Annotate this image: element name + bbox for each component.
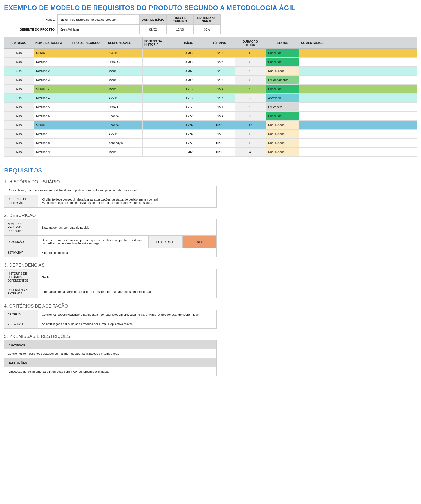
task-duration: 9 bbox=[235, 85, 266, 94]
assumptions-label: PREMISSAS bbox=[4, 340, 217, 349]
task-points bbox=[143, 139, 173, 148]
task-status: Concluído bbox=[266, 85, 299, 94]
task-end: 09/29 bbox=[204, 130, 235, 139]
task-type bbox=[70, 49, 106, 58]
task-status: Não iniciado bbox=[266, 121, 299, 130]
dependencies-table: HISTÓRIAS DE USUÁRIOS DEPENDENTES Nenhum… bbox=[4, 269, 217, 298]
task-end: 10/05 bbox=[204, 148, 235, 157]
section-divider bbox=[4, 162, 417, 162]
task-name: Recurso 5 bbox=[34, 103, 70, 112]
external-deps-label: DEPENDÊNCIAS EXTERNAS bbox=[4, 285, 38, 298]
task-row: SimRecurso 2Jacob S.09/0709/126Não inici… bbox=[4, 67, 417, 76]
task-end: 09/07 bbox=[204, 58, 235, 67]
task-comments bbox=[299, 130, 417, 139]
task-row: NãoRecurso 9Jacob S.10/0210/054Não inici… bbox=[4, 148, 417, 157]
task-type bbox=[70, 139, 106, 148]
task-row: NãoSPRINT 2Jacob S.09/1609/249Concluído bbox=[4, 85, 417, 94]
meta-progress-label: PROGRESSO GERAL bbox=[194, 15, 221, 25]
task-name: Recurso 3 bbox=[34, 76, 70, 85]
acceptance-criteria-text: •O cliente deve conseguir visualizar as … bbox=[38, 195, 217, 208]
meta-pm-label: GERENTE DO PROJETO bbox=[4, 25, 58, 34]
project-meta-table: NOME Sistema de rastreamento beta do pro… bbox=[4, 14, 221, 34]
task-table: EM RISCO NOME DA TAREFA TIPO DE RECURSO … bbox=[4, 37, 417, 157]
th-name: NOME DA TAREFA bbox=[34, 37, 70, 49]
task-row: NãoRecurso 3Jacob S.09/0909/135Em andame… bbox=[4, 76, 417, 85]
task-type bbox=[70, 76, 106, 85]
task-points bbox=[143, 76, 173, 85]
task-name: SPRINT 3 bbox=[34, 121, 70, 130]
task-resp: Frank C. bbox=[106, 58, 143, 67]
task-row: NãoRecurso 7Alex B.09/2409/296Não inicia… bbox=[4, 130, 417, 139]
task-type bbox=[70, 85, 106, 94]
task-row: NãoRecurso 6Shari W.09/2209/243Concluído bbox=[4, 112, 417, 121]
task-risk: Não bbox=[4, 58, 34, 67]
sec4-heading: 4. CRITÉRIOS DE ACEITAÇÃO bbox=[4, 304, 417, 309]
task-resp: Jacob S. bbox=[106, 85, 143, 94]
task-risk: Sim bbox=[4, 67, 34, 76]
task-status: Concluído bbox=[266, 58, 299, 67]
task-comments bbox=[299, 112, 417, 121]
task-status: Aprovado bbox=[266, 94, 299, 103]
task-start: 09/17 bbox=[173, 103, 204, 112]
task-type bbox=[70, 130, 106, 139]
page-title: EXEMPLO DE MODELO DE REQUISITOS DO PRODU… bbox=[4, 4, 417, 12]
task-resp: Jacob S. bbox=[106, 76, 143, 85]
task-duration: 6 bbox=[235, 139, 266, 148]
assumptions-table: PREMISSAS Os clientes têm conexões estáv… bbox=[4, 340, 217, 376]
task-resp: Alex B. bbox=[106, 94, 143, 103]
task-comments bbox=[299, 148, 417, 157]
task-start: 09/22 bbox=[173, 112, 204, 121]
task-start: 09/03 bbox=[173, 49, 204, 58]
task-duration: 2 bbox=[235, 94, 266, 103]
task-type bbox=[70, 103, 106, 112]
task-comments bbox=[299, 94, 417, 103]
task-name: Recurso 6 bbox=[34, 112, 70, 121]
task-end: 09/24 bbox=[204, 112, 235, 121]
description-label: DESCRIÇÃO bbox=[4, 236, 38, 248]
description-value: Desenvolva um sistema que permita que os… bbox=[38, 236, 149, 248]
task-resp: Jacob S. bbox=[106, 148, 143, 157]
sec2-heading: 2. DESCRIÇÃO bbox=[4, 213, 417, 218]
meta-start-label: DATA DE INÍCIO bbox=[140, 15, 167, 25]
task-risk: Não bbox=[4, 121, 34, 130]
task-duration: 5 bbox=[235, 76, 266, 85]
task-resp: Shari W. bbox=[106, 112, 143, 121]
task-type bbox=[70, 112, 106, 121]
th-start: INÍCIO bbox=[173, 37, 204, 49]
task-duration: 11 bbox=[235, 49, 266, 58]
meta-end-value: 10/10 bbox=[167, 25, 194, 34]
task-comments bbox=[299, 76, 417, 85]
task-end: 10/02 bbox=[204, 139, 235, 148]
priority-label: PRIORIDADE bbox=[149, 236, 183, 248]
task-name: Recurso 9 bbox=[34, 148, 70, 157]
task-row: NãoRecurso 8Kennedy K.09/2710/026Não ini… bbox=[4, 139, 417, 148]
meta-progress-value: 35% bbox=[194, 25, 221, 34]
task-start: 09/09 bbox=[173, 76, 204, 85]
task-duration: 5 bbox=[235, 103, 266, 112]
task-type bbox=[70, 94, 106, 103]
sec5-heading: 5. PREMISSAS E RESTRIÇÕES bbox=[4, 334, 417, 339]
task-risk: Não bbox=[4, 112, 34, 121]
task-risk: Não bbox=[4, 85, 34, 94]
criterion1-value: Os clientes podem visualizar o status at… bbox=[38, 310, 217, 319]
task-points bbox=[143, 58, 173, 67]
task-row: NãoSPRINT 1Alex B.09/0309/1311Concluído bbox=[4, 49, 417, 58]
task-duration: 3 bbox=[235, 112, 266, 121]
task-name: Recurso 4 bbox=[34, 94, 70, 103]
meta-pm-value: Brent Williams bbox=[58, 25, 140, 34]
task-resp: Frank C. bbox=[106, 103, 143, 112]
task-type bbox=[70, 121, 106, 130]
task-points bbox=[143, 49, 173, 58]
th-dur: DURAÇÃOem dias bbox=[235, 37, 266, 49]
task-start: 09/16 bbox=[173, 94, 204, 103]
estimate-value: 8 pontos da história bbox=[38, 248, 217, 257]
task-status: Não iniciado bbox=[266, 130, 299, 139]
dependent-stories-value: Nenhum bbox=[38, 269, 217, 285]
th-resp: RESPONSÁVEL bbox=[106, 37, 143, 49]
task-status: Concluído bbox=[266, 112, 299, 121]
th-risk: EM RISCO bbox=[4, 37, 34, 49]
criterion2-label: CRITÉRIO 2 bbox=[4, 319, 38, 329]
task-end: 09/17 bbox=[204, 94, 235, 103]
task-status: Em espera bbox=[266, 103, 299, 112]
criterion2-value: As notificações por push são enviadas po… bbox=[38, 319, 217, 329]
